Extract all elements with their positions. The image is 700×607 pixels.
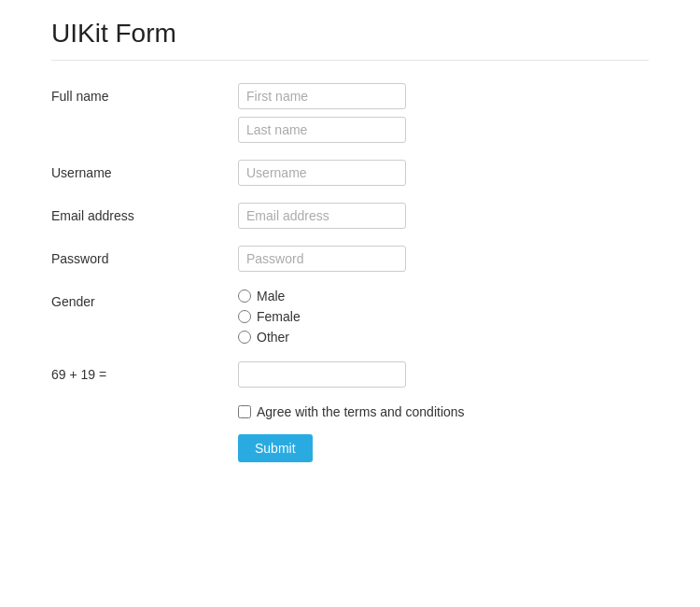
radio-group: Male Female Other (238, 289, 649, 345)
terms-row: Agree with the terms and conditions (238, 404, 649, 419)
gender-controls: Male Female Other (238, 289, 649, 345)
password-input[interactable] (238, 246, 406, 272)
gender-other-text: Other (257, 330, 289, 345)
email-input[interactable] (238, 203, 406, 229)
captcha-row: 69 + 19 = (51, 361, 649, 388)
gender-male-radio[interactable] (238, 289, 251, 303)
gender-male-label[interactable]: Male (238, 289, 649, 304)
username-input[interactable] (238, 160, 406, 186)
terms-checkbox[interactable] (238, 405, 251, 418)
terms-label[interactable]: Agree with the terms and conditions (257, 404, 465, 419)
gender-row: Gender Male Female Other (51, 289, 649, 345)
captcha-controls (238, 361, 649, 388)
email-label: Email address (51, 203, 238, 223)
password-label: Password (51, 246, 238, 266)
email-row: Email address (51, 203, 649, 229)
full-name-controls (238, 83, 649, 143)
gender-other-label[interactable]: Other (238, 330, 649, 345)
last-name-input[interactable] (238, 117, 406, 143)
full-name-label: Full name (51, 83, 238, 104)
password-row: Password (51, 246, 649, 272)
username-row: Username (51, 160, 649, 186)
divider (51, 60, 649, 61)
gender-female-radio[interactable] (238, 310, 251, 323)
gender-female-text: Female (257, 309, 301, 324)
gender-female-label[interactable]: Female (238, 309, 649, 324)
first-name-input[interactable] (238, 83, 406, 109)
page-title: UIKit Form (51, 19, 649, 49)
submit-row: Submit (238, 434, 649, 462)
full-name-row: Full name (51, 83, 649, 143)
email-controls (238, 203, 649, 229)
gender-label: Gender (51, 289, 238, 309)
submit-button[interactable]: Submit (238, 434, 313, 462)
page-container: UIKit Form Full name Username Email addr… (0, 0, 700, 481)
gender-male-text: Male (257, 289, 285, 304)
uikit-form: Full name Username Email address Passwor… (51, 83, 649, 462)
captcha-label: 69 + 19 = (51, 361, 238, 382)
gender-other-radio[interactable] (238, 331, 251, 344)
captcha-input[interactable] (238, 361, 406, 388)
username-controls (238, 160, 649, 186)
username-label: Username (51, 160, 238, 180)
password-controls (238, 246, 649, 272)
